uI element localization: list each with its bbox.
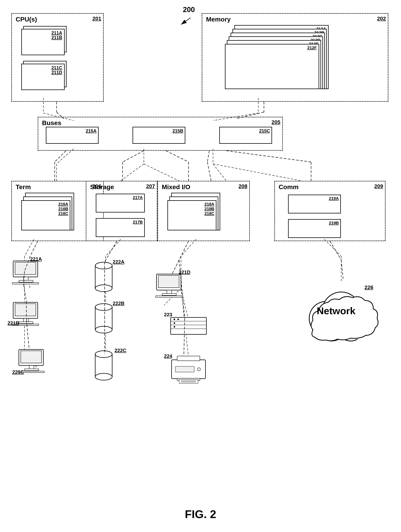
- svg-point-67: [174, 322, 175, 324]
- svg-line-9: [121, 164, 144, 181]
- terminal-221d: 221D: [155, 273, 185, 298]
- svg-rect-70: [177, 356, 200, 361]
- svg-rect-58: [167, 290, 172, 293]
- svg-rect-57: [158, 275, 179, 288]
- memory-box: Memory 202 212A 212B 212C 212D 212E 212F: [202, 13, 388, 102]
- network-cloud: Network 226: [294, 273, 388, 353]
- comm-label: Comm: [279, 183, 299, 191]
- storage-label: Storage: [90, 183, 114, 191]
- svg-rect-35: [19, 280, 33, 282]
- buses-ref: 205: [272, 119, 280, 125]
- svg-rect-45: [25, 369, 39, 371]
- svg-point-65: [174, 319, 175, 320]
- svg-rect-76: [175, 366, 194, 372]
- buses-label: Buses: [42, 119, 61, 127]
- main-ref-label: 200: [183, 6, 195, 14]
- svg-rect-39: [24, 318, 28, 322]
- svg-rect-38: [15, 304, 36, 316]
- terminal-221b: 221B: [11, 301, 41, 327]
- cylinder-222c: 222C: [92, 348, 115, 383]
- svg-line-95: [226, 151, 311, 162]
- svg-point-52: [95, 326, 112, 333]
- label-221a: 221A: [30, 256, 42, 262]
- svg-line-107: [179, 241, 188, 260]
- svg-line-14: [25, 239, 34, 256]
- memory-ref: 202: [377, 16, 386, 22]
- svg-line-30: [324, 239, 341, 256]
- network-ref: 226: [364, 285, 373, 291]
- terminal-221c: 221C: [17, 348, 47, 374]
- memory-label: Memory: [206, 16, 231, 23]
- bus-215c: 215C: [219, 127, 272, 144]
- svg-rect-61: [171, 317, 207, 334]
- bus-215a: 215A: [46, 127, 99, 144]
- label-223: 223: [164, 312, 172, 318]
- cpu-box: CPU(s) 201 211A 211B 211C 211D: [11, 13, 104, 102]
- diagram-container: 200 CPU(s) 201 211A 211B 211C 211D Memor…: [0, 0, 401, 532]
- svg-rect-59: [162, 293, 176, 295]
- svg-rect-33: [15, 262, 36, 274]
- svg-line-93: [207, 151, 209, 162]
- comm-box: Comm 209 219A 219B: [274, 181, 386, 241]
- figure-caption: FIG. 2: [0, 508, 401, 521]
- svg-line-111: [330, 241, 341, 260]
- svg-line-100: [24, 285, 26, 301]
- svg-rect-34: [24, 277, 28, 280]
- svg-rect-36: [12, 283, 39, 284]
- label-222a: 222A: [113, 259, 124, 265]
- svg-point-55: [95, 373, 112, 380]
- svg-rect-43: [21, 351, 41, 363]
- svg-rect-40: [19, 322, 33, 324]
- svg-point-49: [95, 285, 112, 292]
- network-label: Network: [317, 305, 355, 317]
- label-221d: 221D: [179, 269, 190, 275]
- svg-line-25: [181, 239, 196, 256]
- buses-box: Buses 205 215A 215B 215C: [38, 117, 283, 151]
- svg-line-94: [207, 162, 211, 181]
- svg-point-66: [177, 319, 179, 320]
- label-222c: 222C: [115, 348, 126, 353]
- device-223: 223: [170, 317, 207, 336]
- svg-line-108: [172, 260, 179, 275]
- svg-line-13: [213, 164, 302, 181]
- label-221c: 221C: [12, 369, 24, 375]
- svg-line-91: [166, 151, 188, 162]
- svg-point-68: [174, 326, 175, 328]
- svg-line-89: [123, 151, 144, 162]
- comm-ref: 209: [374, 183, 383, 189]
- svg-line-1: [181, 18, 190, 25]
- printer-224: 224: [170, 354, 207, 385]
- svg-line-87: [55, 151, 66, 162]
- svg-line-103: [105, 241, 117, 262]
- bus-215b: 215B: [133, 127, 185, 144]
- storage-ref: 207: [146, 183, 155, 189]
- cpu-label: CPU(s): [16, 16, 37, 23]
- mixed-io-ref: 208: [239, 183, 247, 189]
- svg-rect-72: [179, 380, 198, 383]
- svg-point-75: [197, 368, 200, 371]
- label-224: 224: [164, 353, 172, 359]
- svg-point-51: [95, 304, 112, 310]
- svg-line-21: [106, 239, 121, 256]
- cylinder-222b: 222B: [92, 301, 115, 336]
- cpu-ref: 201: [92, 16, 101, 22]
- svg-line-6: [57, 149, 73, 164]
- svg-rect-60: [155, 296, 182, 297]
- terminal-221a: 221A: [11, 260, 41, 285]
- label-222b: 222B: [113, 300, 124, 306]
- mixed-io-label: Mixed I/O: [162, 183, 190, 191]
- svg-line-97: [30, 241, 38, 256]
- term-label: Term: [16, 183, 31, 191]
- label-221b: 221B: [7, 320, 19, 326]
- svg-point-48: [95, 262, 112, 269]
- svg-line-12: [213, 164, 226, 181]
- svg-point-54: [95, 351, 112, 358]
- svg-line-10: [144, 164, 179, 181]
- cylinder-222a: 222A: [92, 260, 115, 295]
- storage-box: Storage 207 217A 217B: [86, 181, 157, 241]
- svg-rect-44: [29, 366, 34, 369]
- mixed-io-box: Mixed I/O 208 218A 218B 218C: [157, 181, 250, 241]
